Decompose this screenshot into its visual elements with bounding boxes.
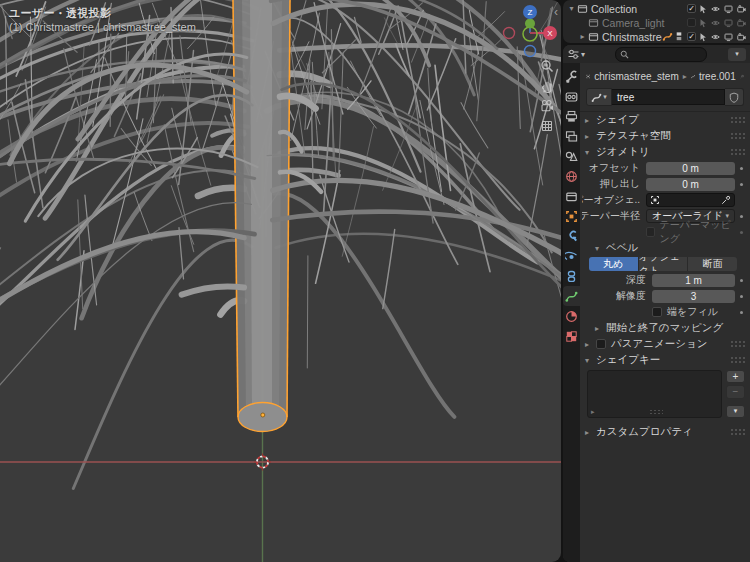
gizmo-y-neg-ball[interactable] [523,27,537,41]
monitor-icon[interactable] [723,18,734,28]
panel-grip[interactable] [730,148,745,156]
bevel-tab-round[interactable]: 丸め [589,257,639,271]
collection-checkbox[interactable]: ✓ [687,32,696,41]
bevel-tab-profile[interactable]: 断面 [688,257,737,271]
outliner-label[interactable]: Collection [591,3,685,15]
animate-dot[interactable] [735,167,748,170]
panel-shape-keys[interactable]: ▾ シェイプキー [580,352,750,368]
tab-object[interactable] [563,206,580,226]
breadcrumb-data[interactable]: tree.001 [699,71,736,82]
tab-world[interactable] [563,166,580,186]
gizmo-x-neg-ball[interactable] [504,28,515,39]
properties-options-button[interactable]: ▾ [728,48,746,61]
bevel-resolution-slider[interactable]: 3 [652,290,735,303]
data-name-input[interactable]: tree [612,89,725,105]
fill-caps-checkbox[interactable] [652,307,662,317]
zoom-icon [540,59,554,73]
pointer-icon[interactable] [698,32,708,42]
monitor-icon[interactable] [723,4,734,14]
outliner-row-christmastree[interactable]: ▸ Christmastree ✓ [566,30,747,43]
disclosure-open-icon[interactable]: ▾ [566,4,577,13]
collection-checkbox[interactable] [687,18,696,27]
panel-shape[interactable]: ▸ シェイプ [580,112,750,128]
panel-grip[interactable] [730,340,745,348]
list-resize-grip[interactable] [649,409,663,415]
tab-render[interactable] [563,86,580,106]
shape-key-remove-button[interactable]: − [726,385,745,398]
tab-object-data[interactable] [563,286,580,306]
tab-physics[interactable] [563,246,580,266]
tab-view-layer[interactable] [563,126,580,146]
offset-value-slider[interactable]: 0 m [646,162,735,175]
animate-dot[interactable] [735,311,748,314]
id-type-button[interactable]: ▾ [586,88,612,106]
disclosure-closed-icon[interactable]: ▸ [577,32,588,41]
eye-icon[interactable] [710,18,721,28]
camera-icon[interactable] [736,32,747,42]
gizmo-y-ball[interactable] [525,19,535,29]
path-animation-checkbox[interactable] [596,339,606,349]
editor-type-button[interactable]: ▾ [567,48,585,60]
search-input[interactable] [632,49,702,59]
pin-icon[interactable] [740,71,744,82]
panel-start-end-mapping[interactable]: ▸ 開始と終了のマッピング [580,320,750,336]
eye-icon[interactable] [710,4,721,14]
camera-icon[interactable] [736,18,747,28]
shape-key-add-button[interactable]: + [726,370,745,383]
shape-key-specials-button[interactable]: ▾ [726,405,745,418]
outliner-row-camera-light[interactable]: Camera_light [566,16,747,29]
pan-tool-button[interactable] [539,78,555,93]
bevel-depth-slider[interactable]: 1 m [652,274,735,287]
outliner-row-collection[interactable]: ▾ Collection ✓ [566,2,747,15]
bevel-type-segmented: 丸め オブジェクト 断面 [589,257,737,271]
curve-data-icon [591,92,602,103]
tab-constraints[interactable] [563,266,580,286]
gizmo-z-neg-ball[interactable] [525,46,536,57]
tab-output[interactable] [563,106,580,126]
sidebar-collapse-arrow[interactable]: ‹ [554,6,558,18]
animate-dot[interactable] [735,215,748,218]
tool-icon [565,70,578,83]
properties-search[interactable] [615,47,707,62]
animate-dot[interactable] [735,231,748,234]
pointer-icon[interactable] [698,18,708,28]
selected-curve-stem[interactable] [233,0,290,432]
fake-user-button[interactable] [725,88,744,106]
toggle-perspective-button[interactable] [539,118,555,133]
zoom-tool-button[interactable] [539,58,555,73]
animate-dot[interactable] [735,183,748,186]
panel-custom-properties[interactable]: ▸ カスタムプロパティ [580,424,750,440]
eyedropper-icon[interactable] [721,195,731,205]
tab-material[interactable] [563,306,580,326]
panel-path-animation[interactable]: ▸ パスアニメーション [580,336,750,352]
camera-icon[interactable] [736,4,747,14]
tab-collection[interactable] [563,186,580,206]
tab-texture[interactable] [563,326,580,346]
animate-dot[interactable] [735,279,748,282]
3d-viewport[interactable]: Z X ユーザー・透視投影 (1) Christmastree | chrism… [0,0,561,562]
animate-dot[interactable] [735,295,748,298]
shape-keys-list[interactable]: ▸ [587,370,722,418]
collection-checkbox[interactable]: ✓ [687,4,696,13]
outliner-label[interactable]: Christmastree [602,31,662,43]
tab-tool[interactable] [563,66,580,86]
camera-view-button[interactable] [539,98,555,113]
panel-geometry[interactable]: ▾ ジオメトリ [580,144,750,160]
panel-grip[interactable] [730,132,745,140]
panel-grip[interactable] [730,428,745,436]
outliner-label[interactable]: Camera_light [602,17,685,29]
monitor-icon[interactable] [723,32,734,42]
pointer-icon[interactable] [698,4,708,14]
panel-grip[interactable] [730,116,745,124]
tab-scene[interactable] [563,146,580,166]
panel-grip[interactable] [730,356,745,364]
panel-texture-space[interactable]: ▸ テクスチャ空間 [580,128,750,144]
breadcrumb-object[interactable]: chrismastree_stem [594,71,678,82]
taper-mapping-checkbox[interactable] [646,227,655,237]
bevel-tab-object[interactable]: オブジェクト [639,257,689,271]
extrude-value-slider[interactable]: 0 m [646,178,735,191]
tab-modifiers[interactable] [563,226,580,246]
taper-object-field[interactable] [646,193,735,207]
eye-icon[interactable] [710,32,721,42]
list-expand-icon[interactable]: ▸ [591,408,595,416]
